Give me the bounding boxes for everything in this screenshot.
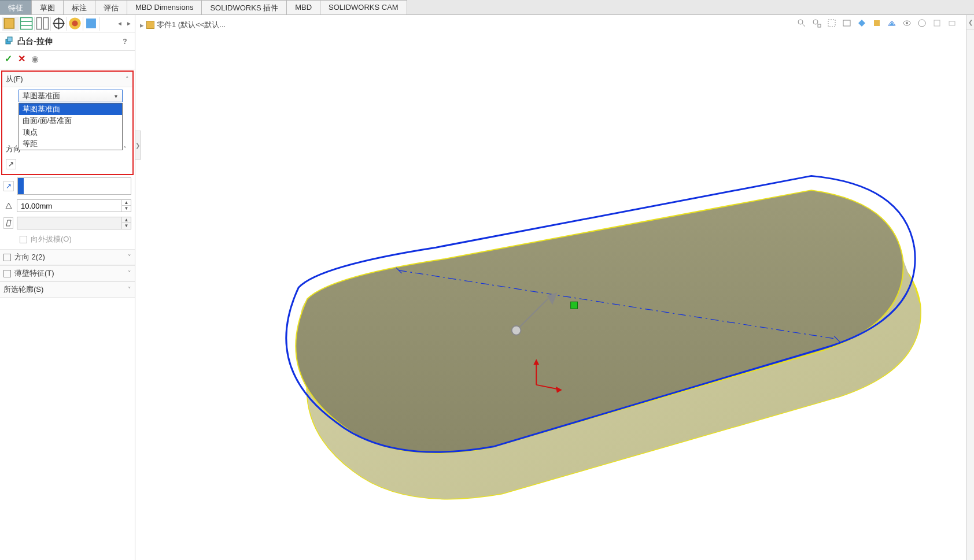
depth-input[interactable] [17, 200, 121, 212]
feature-title-row: 凸台-拉伸 ? [0, 32, 135, 51]
svg-point-15 [798, 20, 803, 24]
contours-header[interactable]: 所选轮廓(S) ˅ [0, 281, 135, 298]
draft-outward-label: 向外拔模(O) [31, 234, 72, 244]
collapse-from-icon[interactable]: ˄ [126, 76, 129, 83]
prev-view-icon[interactable] [841, 17, 853, 29]
chevron-down-icon: ▾ [112, 93, 120, 99]
zoom-window-icon[interactable] [826, 17, 838, 29]
panel-tabs-scroll-right[interactable]: ► [124, 17, 134, 31]
workspace: ◄ ► 凸台-拉伸 ? ✓ ✕ ◉ 从(F) ˄ 草图基准面 [0, 15, 974, 560]
tab-annotate[interactable]: 标注 [64, 0, 95, 14]
draft-toggle-button[interactable] [3, 217, 13, 229]
tab-sw-addin[interactable]: SOLIDWORKS 插件 [202, 0, 287, 14]
svg-rect-4 [36, 17, 41, 29]
thinwall-header[interactable]: 薄壁特征(T) ˅ [0, 265, 135, 281]
task-pane-gutter: ❮ [966, 15, 974, 560]
expand-thinwall-icon[interactable]: ˅ [128, 270, 131, 277]
svg-point-24 [918, 20, 925, 27]
depth-spin-down[interactable]: ▼ [122, 206, 131, 212]
property-manager-panel: ◄ ► 凸台-拉伸 ? ✓ ✕ ◉ 从(F) ˄ 草图基准面 [0, 15, 135, 560]
apply-scene-icon[interactable] [931, 17, 943, 29]
contours-label: 所选轮廓(S) [3, 284, 43, 295]
depth-spinner[interactable]: ▲ ▼ [17, 199, 131, 212]
draft-spin-down[interactable]: ▼ [122, 223, 131, 229]
help-icon[interactable]: ? [120, 36, 130, 47]
draft-spin-buttons: ▲ ▼ [121, 217, 131, 229]
tab-sketch[interactable]: 草图 [32, 0, 64, 14]
heads-up-view-toolbar [796, 17, 958, 29]
direction2-checkbox[interactable] [3, 254, 11, 261]
from-opt-surface[interactable]: 曲面/面/基准面 [19, 115, 122, 127]
cancel-button[interactable]: ✕ [18, 53, 25, 64]
display-style-icon[interactable] [886, 17, 898, 29]
from-opt-vertex[interactable]: 顶点 [19, 127, 122, 138]
draft-spinner[interactable]: ▲ ▼ [17, 217, 131, 229]
from-opt-sketchplane[interactable]: 草图基准面 [19, 103, 122, 115]
from-dropdown[interactable]: 草图基准面 ▾ 草图基准面 曲面/面/基准面 顶点 等距 [19, 90, 123, 102]
tab-evaluate[interactable]: 评估 [95, 0, 127, 14]
expand-contours-icon[interactable]: ˅ [128, 286, 131, 294]
section-view-icon[interactable] [856, 17, 868, 29]
direction-reference-icon[interactable]: ↗ [3, 181, 14, 191]
view-orientation-icon[interactable] [871, 17, 883, 29]
edit-appearance-icon[interactable] [916, 17, 928, 29]
direction-selection-box[interactable] [17, 177, 131, 195]
ok-button[interactable]: ✓ [5, 53, 12, 64]
depth-icon [3, 200, 13, 212]
direction2-header[interactable]: 方向 2(2) ˅ [0, 249, 135, 265]
tab-mbd[interactable]: MBD [287, 0, 320, 14]
flyout-expand-handle[interactable]: ❯ [135, 131, 141, 160]
collapse-dir1-icon[interactable]: ˄ [123, 146, 127, 153]
svg-rect-13 [8, 37, 12, 42]
graphics-viewport[interactable]: ▸ 零件1 (默认<<默认... ❯ [135, 15, 966, 560]
draft-input[interactable] [17, 217, 121, 229]
panel-tab-display-mgr[interactable] [67, 17, 83, 31]
svg-rect-26 [949, 21, 955, 25]
svg-rect-1 [20, 17, 32, 29]
tab-features[interactable]: 特征 [0, 0, 32, 14]
draft-outward-checkbox[interactable] [20, 236, 27, 243]
draft-row: ▲ ▼ [0, 214, 135, 232]
svg-point-17 [813, 20, 818, 24]
svg-rect-0 [4, 18, 14, 28]
depth-row: ▲ ▼ [0, 197, 135, 214]
depth-spin-buttons: ▲ ▼ [121, 200, 131, 212]
panel-tab-property-mgr[interactable] [19, 17, 35, 31]
tab-mbd-dim[interactable]: MBD Dimensions [127, 0, 202, 14]
panel-tab-extra[interactable] [83, 17, 99, 31]
panel-tab-config-mgr[interactable] [35, 17, 51, 31]
breadcrumb[interactable]: ▸ 零件1 (默认<<默认... [140, 20, 226, 30]
svg-rect-21 [874, 20, 880, 26]
feature-title: 凸台-拉伸 [17, 36, 53, 47]
panel-tab-dimxpert[interactable] [51, 17, 67, 31]
tab-sw-cam[interactable]: SOLIDWORKS CAM [320, 0, 407, 14]
reverse-direction-button[interactable]: ↗ [6, 159, 16, 169]
depth-spin-up[interactable]: ▲ [122, 200, 131, 206]
part-cube-icon [146, 21, 154, 29]
thinwall-checkbox[interactable] [3, 270, 11, 277]
highlighted-from-section: 从(F) ˄ 草图基准面 ▾ 草图基准面 曲面/面/基准面 顶点 等距 方向 [1, 71, 134, 175]
expand-dir2-icon[interactable]: ˅ [128, 254, 131, 261]
task-pane-toggle[interactable]: ❮ [966, 15, 974, 30]
draft-spin-up[interactable]: ▲ [122, 217, 131, 223]
svg-rect-11 [86, 18, 96, 28]
svg-rect-19 [828, 20, 835, 27]
svg-rect-20 [843, 20, 850, 26]
svg-rect-5 [43, 17, 48, 29]
panel-tab-feature-tree[interactable] [2, 17, 19, 31]
zoom-icon[interactable] [796, 17, 807, 29]
detailed-preview-icon[interactable]: ◉ [31, 54, 39, 64]
breadcrumb-text: 零件1 (默认<<默认... [157, 20, 226, 30]
view-settings-icon[interactable] [946, 17, 958, 29]
zoom-fit-icon[interactable] [811, 17, 822, 29]
svg-rect-25 [934, 20, 940, 26]
breadcrumb-arrow-icon: ▸ [140, 21, 144, 29]
confirm-row: ✓ ✕ ◉ [0, 51, 135, 69]
svg-point-32 [512, 326, 521, 335]
from-opt-offset[interactable]: 等距 [19, 138, 122, 150]
panel-tabs-scroll-left[interactable]: ◄ [115, 17, 124, 31]
svg-point-23 [906, 22, 908, 24]
direction2-label: 方向 2(2) [14, 252, 45, 262]
draft-outward-row: 向外拔模(O) [0, 232, 135, 249]
hide-show-icon[interactable] [901, 17, 913, 29]
